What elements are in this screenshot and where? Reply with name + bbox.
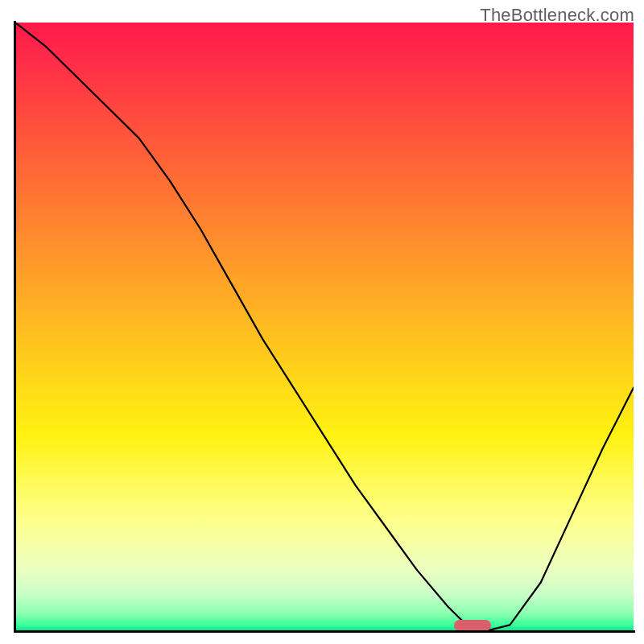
- axis-bottom: [14, 630, 635, 633]
- chart-line: [15, 23, 634, 631]
- axis-left: [14, 21, 16, 633]
- watermark-text: TheBottleneck.com: [480, 5, 634, 26]
- chart-plot-area: [15, 23, 634, 631]
- chart-accent-marker: [454, 620, 491, 631]
